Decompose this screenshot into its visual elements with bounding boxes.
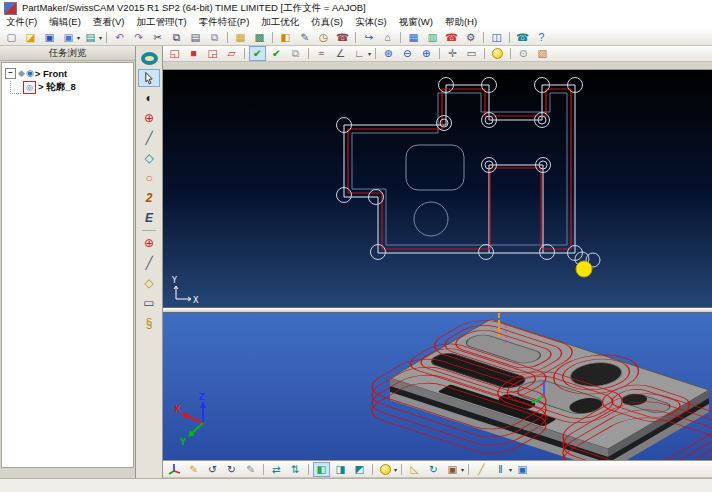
menu-process[interactable]: 加工管理(T) [130,16,192,29]
menu-simulation[interactable]: 仿真(S) [305,16,349,29]
clear-stock-icon[interactable]: ◺ [406,462,423,477]
copy-icon[interactable]: ⧉ [168,30,185,45]
window-front-icon[interactable]: ◱ [166,46,183,61]
flip-vertical-icon[interactable]: ⇅ [287,462,304,477]
dropdown-arrow-icon[interactable]: ▾ [509,466,512,473]
redo-icon[interactable]: ↷ [130,30,147,45]
2d-cam-view[interactable]: Y X [163,70,712,307]
shade-toggle-icon[interactable] [377,462,394,477]
window-swap-icon[interactable]: ◲ [204,46,221,61]
save-icon[interactable]: ▣ [41,30,58,45]
print-icon[interactable]: ▤ [82,30,99,45]
tool-position-marker[interactable] [576,261,592,277]
tree-node-label[interactable]: > Front [35,68,67,79]
toolpath-corner-icon[interactable]: ∟ [351,46,368,61]
window-new-icon[interactable]: ▱ [223,46,240,61]
rotate-right-icon[interactable]: ↻ [223,462,240,477]
dropdown-arrow-icon[interactable]: ▾ [99,34,102,41]
side-view-icon[interactable]: ◩ [351,462,368,477]
axis-triad-icon[interactable] [166,462,183,477]
sketch-circle-icon[interactable]: ○ [138,169,160,187]
feature-thread-icon[interactable]: § [138,314,160,332]
menu-window[interactable]: 视窗(W) [393,16,439,29]
view-grid-icon[interactable]: ▦ [405,30,422,45]
capture-icon[interactable]: ▩ [251,30,268,45]
paste-icon[interactable]: ▤ [187,30,204,45]
tree-collapse-icon[interactable]: − [5,68,16,79]
3d-drawing[interactable]: Z X Y [163,313,712,460]
sketch-line-icon[interactable]: ╱ [138,129,160,147]
contour-feature-icon[interactable]: ◎ [23,81,36,94]
window-full-icon[interactable]: ■ [185,46,202,61]
menu-help[interactable]: 帮助(H) [439,16,483,29]
menu-file[interactable]: 文件(F) [0,16,43,29]
menu-features[interactable]: 零件特征(P) [193,16,256,29]
sketch-arc-icon[interactable]: 2 [138,189,160,207]
pan-icon[interactable]: ✛ [444,46,461,61]
zoom-select-icon[interactable]: ⊙ [515,46,532,61]
toolpath-lead-icon[interactable]: ∠ [332,46,349,61]
verify-off-icon[interactable]: ⧉ [287,46,304,61]
rotate-left-icon[interactable]: ↺ [204,462,221,477]
sketch-profile-icon[interactable]: ◇ [138,149,160,167]
3d-simulation-view[interactable]: Z X Y [163,313,712,460]
undo-icon[interactable]: ↶ [111,30,128,45]
2d-drawing[interactable]: Y X [163,70,712,307]
toolpath-flow-icon[interactable]: ≈ [313,46,330,61]
zoom-in-icon[interactable]: ⊕ [418,46,435,61]
engrave-text-icon[interactable]: E [138,209,160,227]
measure-pencil-icon[interactable]: ╱ [473,462,490,477]
zoom-out-icon[interactable]: ⊖ [399,46,416,61]
layers-icon[interactable]: ▧ [534,46,551,61]
zoom-all-icon[interactable]: ⊛ [380,46,397,61]
split-view-icon[interactable]: ◫ [488,30,505,45]
dropdown-arrow-icon[interactable]: ▾ [394,466,397,473]
paste-special-icon[interactable]: ⧉ [206,30,223,45]
help-icon[interactable]: ? [533,30,550,45]
task-tree[interactable]: − ◆ ◉ > Front ◎ > 轮廓_8 [1,62,134,468]
dropdown-arrow-icon[interactable]: ▾ [368,50,371,57]
camera-view-icon[interactable]: ▣ [444,462,461,477]
tree-node-label[interactable]: > 轮廓_8 [38,81,76,94]
library-icon[interactable]: ⌂ [379,30,396,45]
contact-icon[interactable]: ☎ [514,30,531,45]
verify-all-icon[interactable]: ✔ [268,46,285,61]
cut-icon[interactable]: ✂ [149,30,166,45]
zoom-window-icon[interactable]: ▭ [463,46,480,61]
options-icon[interactable]: ⚙ [462,30,479,45]
menu-optimize[interactable]: 加工优化 [255,16,305,29]
verify-feature-icon[interactable]: ✔ [249,46,266,61]
dropdown-arrow-icon[interactable]: ▾ [461,466,464,473]
post-run-icon[interactable]: ☎ [443,30,460,45]
show-part-icon[interactable] [489,46,506,61]
feature-profile-icon[interactable]: ◇ [138,274,160,292]
shade-mode-icon[interactable]: ◐ [138,89,160,107]
iso-view-icon[interactable]: ◧ [313,462,330,477]
flip-horizontal-icon[interactable]: ⇄ [268,462,285,477]
sketch-plane-icon[interactable]: ✎ [185,462,202,477]
cycle-time-icon[interactable]: ◷ [315,30,332,45]
post-config-icon[interactable]: ☎ [334,30,351,45]
menu-view[interactable]: 查看(V) [87,16,131,29]
top-view-icon[interactable]: ◨ [332,462,349,477]
save-all-icon[interactable]: ▣ [60,30,77,45]
menu-solids[interactable]: 实体(S) [349,16,393,29]
feature-point-icon[interactable]: ⊕ [138,234,160,252]
probe-tools-icon[interactable]: ‖ [492,462,509,477]
spin-view-icon[interactable]: ↻ [425,462,442,477]
dropdown-arrow-icon[interactable]: ▾ [77,34,80,41]
import-file-icon[interactable]: ↪ [360,30,377,45]
edit-plane-icon[interactable]: ✎ [242,462,259,477]
tree-node-front[interactable]: − ◆ ◉ > Front [2,66,133,80]
new-file-icon[interactable]: ▢ [3,30,20,45]
feature-pocket-icon[interactable]: ▭ [138,294,160,312]
turn-window-icon[interactable] [138,49,160,67]
monitor-sim-icon[interactable]: ▣ [514,462,531,477]
open-folder-icon[interactable]: ◪ [22,30,39,45]
doc-colors-icon[interactable]: ▥ [424,30,441,45]
tree-node-contour[interactable]: ◎ > 轮廓_8 [2,80,133,94]
edit-sheet-icon[interactable]: ✎ [296,30,313,45]
job-setup-icon[interactable]: ◧ [277,30,294,45]
sketch-point-icon[interactable]: ⊕ [138,109,160,127]
feature-line-icon[interactable]: ╱ [138,254,160,272]
